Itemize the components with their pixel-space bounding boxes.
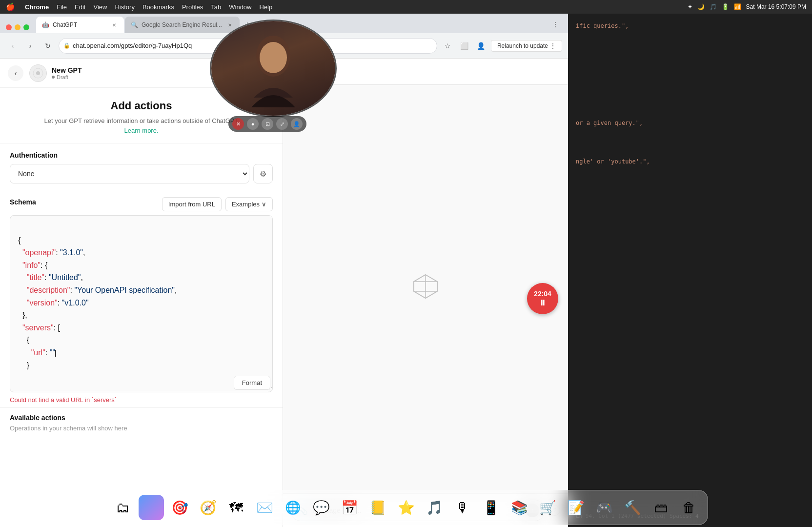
dark-code-spacer-1 — [576, 31, 804, 119]
webcam-close-btn[interactable]: ✕ — [232, 118, 244, 130]
window-maximize-btn[interactable] — [23, 24, 29, 30]
format-btn-row: Format — [10, 372, 272, 392]
format-button[interactable]: Format — [234, 376, 270, 390]
dock-calendar[interactable]: 📅 — [337, 495, 362, 520]
bookmark-icon[interactable]: ☆ — [441, 39, 455, 53]
examples-label: Examples — [232, 201, 260, 208]
gpt-name-section: New GPT Draft — [52, 66, 81, 80]
code-val-version: "v1.0.0" — [62, 299, 89, 307]
dock-chrome[interactable]: 🌐 — [280, 495, 305, 520]
dock-finder[interactable]: 🗂 — [110, 495, 136, 520]
dock-maps[interactable]: 🗺 — [223, 495, 249, 520]
webcam-video — [211, 21, 335, 116]
editor-back-button[interactable]: ‹ — [8, 65, 23, 81]
code-val-title: "Untitled" — [49, 273, 81, 282]
tab-title-google: Google Search Engine Resul... — [142, 21, 222, 28]
battery-icon: 🔋 — [722, 3, 729, 10]
webcam-controls: ✕ ● ⊡ ⤢ 👤 — [228, 116, 306, 132]
dock-mail[interactable]: ✉️ — [252, 495, 277, 520]
menu-history[interactable]: History — [115, 3, 134, 11]
relaunch-button[interactable]: Relaunch to update ⋮ — [491, 40, 562, 52]
dock-bookmarks[interactable]: 📚 — [507, 495, 532, 520]
dark-code-panel: ific queries.", or a given query.", ngle… — [568, 14, 812, 527]
wifi-icon: 📶 — [734, 3, 741, 10]
dock-launchpad[interactable]: 🎯 — [167, 495, 192, 520]
relaunch-label: Relaunch to update — [497, 42, 548, 49]
dock-appstore[interactable]: 🛒 — [535, 495, 560, 520]
code-key-url: "url" — [31, 348, 45, 357]
svg-point-1 — [260, 42, 287, 73]
examples-chevron-icon: ∨ — [262, 201, 266, 208]
window-minimize-btn[interactable] — [15, 24, 20, 30]
menu-right-icons: ✦ 🌙 🎵 🔋 📶 Sat Mar 16 5:07:09 PM — [688, 3, 806, 10]
dock-trash[interactable]: 🗑 — [676, 495, 702, 520]
schema-header: Schema Import from URL Examples ∨ — [0, 191, 283, 215]
menu-profiles[interactable]: Profiles — [182, 3, 203, 11]
webcam-fullscreen-btn[interactable]: ⤢ — [276, 118, 288, 130]
menu-tab[interactable]: Tab — [211, 3, 221, 11]
dock-podcasts[interactable]: 🎙 — [450, 495, 475, 520]
dock-safari[interactable]: 🧭 — [195, 495, 221, 520]
dock-notion[interactable]: 📝 — [563, 495, 589, 520]
extensions-icon[interactable]: ⬜ — [458, 39, 471, 53]
code-brace-open: { — [18, 236, 20, 244]
recording-badge[interactable]: 22:04 ⏸ — [527, 283, 558, 314]
preview-content — [283, 85, 568, 493]
apple-logo-icon[interactable]: 🍎 — [6, 2, 15, 11]
preview-panel: Preview 📎 Message GPT... ↑ ? — [283, 59, 568, 527]
menu-view[interactable]: View — [93, 3, 107, 11]
resize-handle[interactable]: ⋰ — [266, 386, 272, 392]
pause-icon[interactable]: ⏸ — [539, 299, 547, 307]
dock-xcode[interactable]: 🔨 — [620, 495, 645, 520]
dock-slack[interactable]: 💬 — [308, 495, 334, 520]
dock-music[interactable]: 🎵 — [422, 495, 447, 520]
dock-siri[interactable] — [139, 495, 164, 520]
menu-help[interactable]: Help — [260, 3, 273, 11]
menu-bookmarks[interactable]: Bookmarks — [142, 3, 174, 11]
dark-code-spacer-3 — [576, 167, 804, 264]
schema-label: Schema — [10, 198, 36, 206]
tab-close-google[interactable]: ✕ — [226, 21, 234, 29]
dock: 🗂 🎯 🧭 🗺 ✉️ 🌐 💬 📅 📒 ⭐ 🎵 🎙 📱 📚 🛒 📝 🎮 🔨 🗃 🗑 — [104, 490, 708, 525]
reload-button[interactable]: ↻ — [41, 39, 55, 53]
webcam-btn-2[interactable]: ● — [247, 118, 259, 130]
gpt-name: New GPT — [52, 66, 81, 74]
code-key-desc: "description" — [27, 286, 70, 294]
learn-more-link[interactable]: Learn more. — [124, 127, 158, 134]
dark-code-line-3: ngle' or 'youtube'.", — [576, 157, 804, 166]
import-url-button[interactable]: Import from URL — [162, 197, 222, 211]
webcam-people-btn[interactable]: 👤 — [291, 118, 303, 130]
dark-code-line-1: ific queries.", — [576, 21, 804, 31]
code-val-desc: "Your OpenAPI specification" — [74, 286, 175, 294]
system-icon-2: 🌙 — [697, 3, 705, 10]
webcam-btn-3[interactable]: ⊡ — [262, 118, 273, 130]
authentication-select[interactable]: None — [10, 164, 249, 183]
menu-file[interactable]: File — [57, 3, 67, 11]
menu-window[interactable]: Window — [229, 3, 251, 11]
menu-edit[interactable]: Edit — [75, 3, 85, 11]
dock-discord[interactable]: 🎮 — [591, 495, 617, 520]
tab-list-button[interactable]: ⋮ — [548, 18, 562, 31]
window-close-btn[interactable] — [6, 24, 12, 30]
tab-chatgpt[interactable]: 🤖 ChatGPT ✕ — [36, 17, 124, 33]
code-content[interactable]: { "openapi": "3.1.0", "info": { "title":… — [10, 216, 272, 372]
auth-settings-button[interactable]: ⚙ — [253, 164, 273, 183]
dock-notchmeister[interactable]: ⭐ — [393, 495, 419, 520]
forward-button[interactable]: › — [23, 39, 37, 53]
back-button[interactable]: ‹ — [6, 39, 20, 53]
gpt-info: New GPT Draft — [29, 64, 215, 82]
examples-button[interactable]: Examples ∨ — [225, 197, 273, 211]
schema-actions: Import from URL Examples ∨ — [162, 197, 273, 211]
dock-notes[interactable]: 📒 — [365, 495, 390, 520]
system-icon-3: 🎵 — [710, 3, 717, 10]
person-silhouette — [244, 29, 303, 107]
system-time: Sat Mar 16 5:07:09 PM — [746, 3, 806, 10]
tab-google[interactable]: 🔍 Google Search Engine Resul... ✕ — [125, 17, 240, 33]
profile-icon[interactable]: 👤 — [474, 39, 488, 53]
dock-finder2[interactable]: 🗃 — [648, 495, 673, 520]
relaunch-menu-icon: ⋮ — [550, 42, 556, 49]
tab-close-chatgpt[interactable]: ✕ — [110, 21, 118, 29]
dock-iphonemir[interactable]: 📱 — [478, 495, 504, 520]
gpt-icon-svg — [32, 67, 44, 79]
authentication-section: Authentication None ⚙ — [0, 143, 283, 191]
